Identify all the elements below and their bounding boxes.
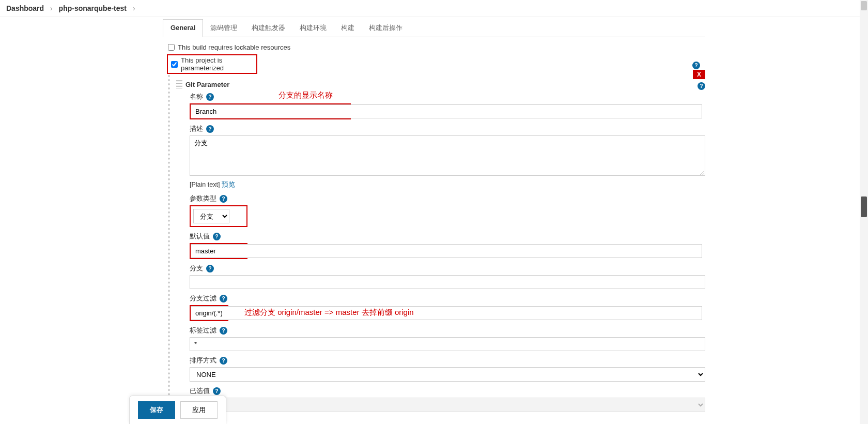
breadcrumb: Dashboard › php-sonarqube-test › (0, 0, 868, 17)
scrollbar-thumb[interactable] (861, 196, 867, 217)
git-parameter-section: X ? Git Parameter 名称 ? 分支的显示名称 描述 ? (168, 75, 705, 420)
tab-general[interactable]: General (163, 19, 203, 37)
tab-build[interactable]: 构建 (334, 19, 362, 37)
checkbox-lockable-label: This build requires lockable resources (178, 43, 290, 51)
help-icon[interactable]: ? (206, 265, 214, 272)
checkbox-parameterized[interactable] (171, 61, 178, 68)
default-label: 默认值 (190, 232, 210, 241)
sort-label: 排序方式 (190, 356, 216, 365)
branch-filter-label: 分支过滤 (190, 294, 216, 303)
preview-link[interactable]: 预览 (222, 181, 235, 188)
help-icon[interactable]: ? (220, 195, 227, 203)
checkbox-lockable[interactable] (168, 44, 175, 51)
tag-filter-label: 标签过滤 (190, 326, 216, 335)
section-title: Git Parameter (185, 81, 229, 88)
help-icon[interactable]: ? (692, 62, 700, 69)
name-input[interactable] (191, 104, 702, 118)
help-icon[interactable]: ? (220, 295, 227, 302)
param-type-label: 参数类型 (190, 194, 216, 203)
branch-input[interactable] (190, 275, 705, 289)
help-icon[interactable]: ? (213, 233, 221, 240)
scrollbar-thumb-top[interactable] (861, 1, 867, 10)
selected-select: NONE (190, 398, 705, 412)
checkbox-lockable-row: This build requires lockable resources (163, 41, 705, 53)
config-tabs: General 源码管理 构建触发器 构建环境 构建 构建后操作 (163, 19, 705, 37)
save-button[interactable]: 保存 (138, 401, 175, 419)
breadcrumb-sep: › (50, 4, 53, 12)
help-icon[interactable]: ? (206, 93, 214, 101)
help-icon[interactable]: ? (220, 327, 227, 335)
vertical-scrollbar[interactable] (860, 0, 868, 424)
checkbox-parameterized-row: This project is parameterized (167, 54, 257, 74)
help-icon[interactable]: ? (220, 357, 227, 365)
branch-filter-input[interactable] (191, 306, 702, 320)
tag-filter-input[interactable] (190, 337, 705, 351)
name-label: 名称 (190, 93, 203, 101)
param-type-select[interactable]: 分支 (193, 209, 229, 223)
breadcrumb-dashboard[interactable]: Dashboard (6, 4, 44, 12)
plain-text-label: [Plain text] (190, 181, 220, 188)
breadcrumb-project[interactable]: php-sonarqube-test (59, 4, 127, 12)
help-icon[interactable]: ? (213, 387, 221, 395)
apply-button[interactable]: 应用 (180, 401, 218, 419)
description-input[interactable]: 分支 (190, 135, 705, 176)
drag-handle-icon[interactable] (176, 80, 182, 88)
checkbox-parameterized-label: This project is parameterized (181, 56, 253, 72)
branch-label: 分支 (190, 264, 203, 273)
delete-parameter-button[interactable]: X (693, 70, 705, 79)
sort-select[interactable]: NONE (190, 367, 705, 382)
description-label: 描述 (190, 125, 203, 133)
help-icon[interactable]: ? (698, 82, 705, 90)
tab-postbuild[interactable]: 构建后操作 (362, 19, 410, 37)
breadcrumb-sep: › (133, 4, 135, 12)
selected-label: 已选值 (190, 387, 210, 396)
tab-scm[interactable]: 源码管理 (203, 19, 244, 37)
footer-actions: 保存 应用 (129, 396, 226, 424)
tab-triggers[interactable]: 构建触发器 (244, 19, 292, 37)
help-icon[interactable]: ? (206, 125, 214, 133)
tab-environment[interactable]: 构建环境 (292, 19, 334, 37)
default-input[interactable] (191, 244, 702, 258)
